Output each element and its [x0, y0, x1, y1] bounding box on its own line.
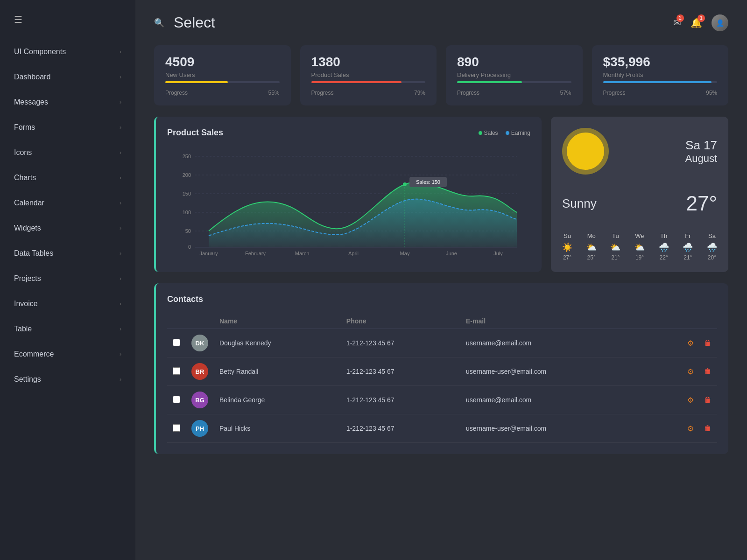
progress-bar-fill: [165, 81, 228, 83]
chevron-right-icon: ›: [120, 200, 121, 206]
row-actions-cell: ⚙ 🗑: [645, 386, 717, 414]
forecast-day-name: Mo: [586, 232, 597, 239]
stat-value: $35,996: [603, 55, 718, 70]
row-email-cell: username@email.com: [460, 386, 645, 414]
sidebar-item-dashboard[interactable]: Dashboard ›: [0, 64, 135, 90]
progress-bar-fill: [311, 81, 402, 83]
svg-text:April: April: [348, 251, 359, 256]
progress-value: 79%: [414, 90, 425, 96]
row-checkbox[interactable]: [173, 367, 180, 375]
delete-icon[interactable]: 🗑: [704, 367, 712, 376]
sidebar-item-data-tables[interactable]: Data Tables ›: [0, 241, 135, 266]
sidebar-item-projects[interactable]: Projects ›: [0, 266, 135, 291]
mail-badge: 2: [677, 14, 684, 22]
stat-card-3: $35,996 Monthly Profits Progress 95%: [592, 45, 729, 105]
row-phone-cell: 1-212-123 45 67: [341, 414, 460, 443]
forecast-weather-icon: 🌧️: [659, 242, 669, 252]
row-checkbox[interactable]: [173, 339, 180, 346]
sidebar-item-label: Icons: [14, 148, 32, 157]
delete-icon[interactable]: 🗑: [704, 339, 712, 347]
contact-avatar: DK: [191, 335, 208, 351]
hamburger-icon[interactable]: ☰: [0, 14, 135, 39]
delete-icon[interactable]: 🗑: [704, 396, 712, 404]
forecast-day-name: Th: [659, 232, 669, 239]
svg-text:January: January: [199, 251, 218, 256]
svg-text:June: June: [446, 251, 457, 256]
sidebar-item-label: UI Components: [14, 48, 66, 56]
sidebar-item-label: Projects: [14, 274, 41, 283]
chevron-right-icon: ›: [120, 124, 121, 131]
sidebar-item-label: Messages: [14, 98, 48, 106]
sidebar-item-forms[interactable]: Forms ›: [0, 115, 135, 140]
progress-value: 57%: [560, 90, 571, 96]
stat-progress-row: Progress 95%: [603, 90, 718, 96]
action-buttons: ⚙ 🗑: [651, 396, 712, 405]
charts-row: Product Sales SalesEarning 250 200 150 1…: [154, 117, 728, 272]
delete-icon[interactable]: 🗑: [704, 424, 712, 433]
row-avatar-cell: DK: [186, 329, 214, 357]
row-checkbox[interactable]: [173, 396, 180, 403]
forecast-day-name: Su: [562, 232, 572, 239]
stat-label: Product Sales: [311, 71, 426, 78]
sidebar-item-label: Settings: [14, 375, 41, 384]
stat-card-0: 4509 New Users Progress 55%: [154, 45, 291, 105]
settings-icon[interactable]: ⚙: [687, 396, 694, 405]
settings-icon[interactable]: ⚙: [687, 367, 694, 376]
sidebar-item-label: Table: [14, 325, 32, 333]
row-name-cell: Belinda George: [214, 386, 341, 414]
notifications-button[interactable]: 🔔 1: [691, 17, 702, 28]
stat-progress-row: Progress 57%: [457, 90, 571, 96]
header-left: 🔍 Select: [154, 14, 215, 31]
header: 🔍 Select ✉ 2 🔔 1 👤: [154, 14, 728, 31]
contact-avatar: BR: [191, 363, 208, 380]
weather-top: Sa 17 August: [562, 128, 717, 175]
action-buttons: ⚙ 🗑: [651, 424, 712, 433]
svg-text:May: May: [400, 251, 410, 256]
sidebar-item-icons[interactable]: Icons ›: [0, 140, 135, 165]
svg-text:100: 100: [183, 210, 191, 215]
sidebar-item-calendar[interactable]: Calendar ›: [0, 190, 135, 216]
progress-bar-bg: [311, 81, 426, 83]
chevron-right-icon: ›: [120, 250, 121, 257]
chevron-right-icon: ›: [120, 49, 121, 55]
avatar[interactable]: 👤: [712, 14, 728, 31]
table-row: BR Betty Randall 1-212-123 45 67 usernam…: [167, 357, 717, 386]
progress-bar-fill: [457, 81, 522, 83]
sidebar-item-messages[interactable]: Messages ›: [0, 90, 135, 115]
row-actions-cell: ⚙ 🗑: [645, 357, 717, 386]
stat-label: New Users: [165, 71, 280, 78]
sidebar-item-ui-components[interactable]: UI Components ›: [0, 39, 135, 64]
settings-icon[interactable]: ⚙: [687, 424, 694, 433]
sidebar-item-settings[interactable]: Settings ›: [0, 367, 135, 392]
svg-text:50: 50: [185, 228, 191, 234]
sidebar-item-invoice[interactable]: Invoice ›: [0, 291, 135, 316]
contacts-card: Contacts NamePhoneE-mail DK Douglas Kenn…: [154, 283, 728, 454]
action-buttons: ⚙ 🗑: [651, 367, 712, 376]
sidebar-item-table[interactable]: Table ›: [0, 316, 135, 342]
mail-button[interactable]: ✉ 2: [673, 17, 681, 28]
chevron-right-icon: ›: [120, 74, 121, 80]
contacts-title: Contacts: [167, 294, 717, 304]
row-checkbox[interactable]: [173, 424, 180, 432]
weather-day: Sa 17: [685, 138, 718, 153]
product-sales-card: Product Sales SalesEarning 250 200 150 1…: [154, 117, 542, 272]
weather-condition: Sunny: [562, 196, 597, 211]
stat-card-1: 1380 Product Sales Progress 79%: [300, 45, 437, 105]
forecast-day-name: Tu: [610, 232, 620, 239]
forecast-day-sa: Sa 🌧️ 20°: [707, 232, 717, 261]
chevron-right-icon: ›: [120, 149, 121, 156]
action-buttons: ⚙ 🗑: [651, 339, 712, 348]
forecast-temp: 21°: [683, 254, 693, 261]
sidebar-item-label: Dashboard: [14, 73, 50, 81]
sidebar-item-ecommerce[interactable]: Ecommerce ›: [0, 342, 135, 367]
sidebar-item-charts[interactable]: Charts ›: [0, 165, 135, 190]
row-name-cell: Betty Randall: [214, 357, 341, 386]
sidebar-item-widgets[interactable]: Widgets ›: [0, 216, 135, 241]
forecast-temp: 27°: [562, 254, 572, 261]
search-icon[interactable]: 🔍: [154, 18, 164, 28]
weather-card: Sa 17 August Sunny 27° Su ☀️ 27° Mo ⛅ 25…: [551, 117, 728, 272]
table-row: BG Belinda George 1-212-123 45 67 userna…: [167, 386, 717, 414]
forecast-day-we: We ⛅ 19°: [634, 232, 645, 261]
settings-icon[interactable]: ⚙: [687, 339, 694, 348]
forecast-weather-icon: ⛅: [634, 242, 645, 252]
